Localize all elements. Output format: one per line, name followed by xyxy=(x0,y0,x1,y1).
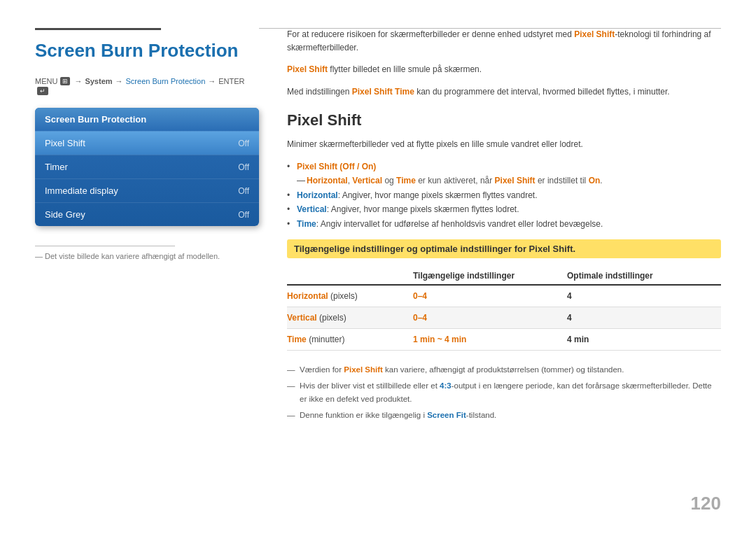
table-label-time: Time (minutter) xyxy=(287,335,413,344)
enter-icon: ↵ xyxy=(37,87,48,95)
pixel-shift-description: Minimer skærmefterbilleder ved at flytte… xyxy=(287,138,721,151)
intro-para-2: Pixel Shift flytter billedet en lille sm… xyxy=(287,63,721,76)
note-pixelshift: Pixel Shift xyxy=(344,365,383,374)
right-column: For at reducere risikoen for skærmefterb… xyxy=(287,28,721,506)
menu-item-timer-value: Off xyxy=(238,162,249,172)
bullet-list: Pixel Shift (Off / On) Horizontal, Verti… xyxy=(287,160,721,231)
bullet-item-4: Time: Angiv intervallet for udførelse af… xyxy=(287,217,721,231)
menu-item-pixel-shift-label: Pixel Shift xyxy=(45,138,85,148)
page-title: Screen Burn Protection xyxy=(35,40,259,62)
sub-vertical: Vertical xyxy=(352,176,382,185)
top-rule-right xyxy=(259,28,721,29)
bullet-4-label: Time xyxy=(297,219,316,229)
table-col-optimal-header: Optimale indstillinger xyxy=(567,271,721,281)
bottom-note-3: Denne funktion er ikke tilgængelig i Scr… xyxy=(287,409,721,421)
enter-label: ENTER xyxy=(218,77,244,85)
bottom-notes: Værdien for Pixel Shift kan variere, afh… xyxy=(287,363,721,426)
system-label: System xyxy=(85,77,112,85)
sbp-menu-title: Screen Burn Protection xyxy=(35,108,259,131)
table-avail-horizontal: 0–4 xyxy=(413,291,567,301)
top-rule-left xyxy=(35,28,161,30)
menu-item-sidegrey-value: Off xyxy=(238,210,249,220)
menu-item-sidegrey[interactable]: Side Grey Off xyxy=(35,202,259,226)
sub-horizontal: Horizontal xyxy=(307,176,348,185)
table-avail-time: 1 min ~ 4 min xyxy=(413,335,567,344)
table-optimal-horizontal: 4 xyxy=(567,291,721,301)
bullet-1-highlight: Pixel Shift (Off / On) xyxy=(297,162,376,171)
menu-item-timer[interactable]: Timer Off xyxy=(35,155,259,178)
menu-path: MENU ⊞ → System → Screen Burn Protection… xyxy=(35,77,259,95)
sub-time: Time xyxy=(396,176,416,185)
menu-icon: ⊞ xyxy=(60,77,70,85)
highlight-pixelshift-2: Pixel Shift xyxy=(287,64,328,74)
table-row-time: Time (minutter) 1 min ~ 4 min 4 min xyxy=(287,329,721,351)
table-row-horizontal: Horizontal (pixels) 0–4 4 xyxy=(287,286,721,307)
pixel-shift-highlight-box: Tilgængelige indstillinger og optimale i… xyxy=(287,239,721,258)
table-row-vertical: Vertical (pixels) 0–4 4 xyxy=(287,307,721,329)
footnote-content: Det viste billede kan variere afhængigt … xyxy=(45,252,220,260)
bullet-3-label: Vertical xyxy=(297,204,327,214)
table-optimal-time: 4 min xyxy=(567,335,721,344)
highlight-pixelshifttime: Pixel Shift Time xyxy=(352,87,414,97)
menu-item-immediate-label: Immediate display xyxy=(45,185,118,196)
bullet-item-2: Horizontal: Angiver, hvor mange pixels s… xyxy=(287,188,721,202)
pixel-shift-table: Tilgængelige indstillinger Optimale inds… xyxy=(287,271,721,351)
menu-item-immediate[interactable]: Immediate display Off xyxy=(35,178,259,202)
menu-label: MENU xyxy=(35,77,57,85)
bottom-note-1: Værdien for Pixel Shift kan variere, afh… xyxy=(287,363,721,376)
note-screenfit: Screen Fit xyxy=(427,411,466,419)
sub-on: On xyxy=(589,176,601,185)
page-number: 120 xyxy=(691,493,721,514)
left-column: Screen Burn Protection MENU ⊞ → System →… xyxy=(35,28,259,506)
menu-item-pixel-shift-value: Off xyxy=(238,139,249,148)
bullet-item-1: Pixel Shift (Off / On) xyxy=(287,160,721,174)
sub-pixelshift: Pixel Shift xyxy=(495,176,536,185)
sbp-path-label: Screen Burn Protection xyxy=(126,77,206,85)
bullet-2-label: Horizontal xyxy=(297,190,338,200)
table-avail-vertical: 0–4 xyxy=(413,313,567,323)
bottom-note-2: Hvis der bliver vist et stillbillede ell… xyxy=(287,379,721,405)
menu-item-immediate-value: Off xyxy=(238,186,249,196)
intro-para-3: Med indstillingen Pixel Shift Time kan d… xyxy=(287,85,721,99)
footnote-text: ― Det viste billede kan variere afhængig… xyxy=(35,252,259,260)
bullet-item-1-sub: Horizontal, Vertical og Time er kun akti… xyxy=(287,174,721,188)
menu-item-pixel-shift[interactable]: Pixel Shift Off xyxy=(35,131,259,155)
table-optimal-vertical: 4 xyxy=(567,313,721,323)
menu-item-timer-label: Timer xyxy=(45,162,68,172)
note-43: 4:3 xyxy=(440,381,451,390)
footnote-rule xyxy=(35,246,175,246)
table-col-available-header: Tilgængelige indstillinger xyxy=(413,271,567,281)
menu-item-sidegrey-label: Side Grey xyxy=(45,209,85,220)
bullet-item-3: Vertical: Angiver, hvor mange pixels skæ… xyxy=(287,202,721,216)
table-label-vertical: Vertical (pixels) xyxy=(287,313,413,323)
table-col-label-header xyxy=(287,271,413,281)
table-header: Tilgængelige indstillinger Optimale inds… xyxy=(287,271,721,286)
sbp-menu-box: Screen Burn Protection Pixel Shift Off T… xyxy=(35,108,259,226)
pixel-shift-section-title: Pixel Shift xyxy=(287,111,721,129)
table-label-horizontal: Horizontal (pixels) xyxy=(287,291,413,301)
highlight-pixelshift-1: Pixel Shift xyxy=(574,29,615,39)
intro-para-1: For at reducere risikoen for skærmefterb… xyxy=(287,28,721,55)
